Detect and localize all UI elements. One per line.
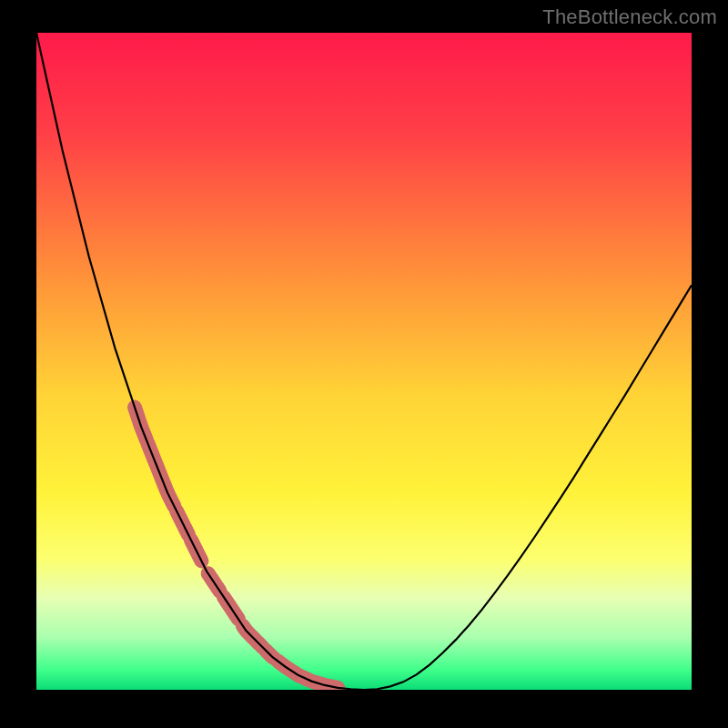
curve-layer: [36, 33, 692, 690]
marker-segments: [135, 408, 338, 688]
watermark-text: TheBottleneck.com: [542, 5, 717, 29]
plot-area: [36, 33, 692, 690]
bottleneck-curve: [36, 33, 692, 690]
chart-frame: TheBottleneck.com: [0, 0, 728, 728]
